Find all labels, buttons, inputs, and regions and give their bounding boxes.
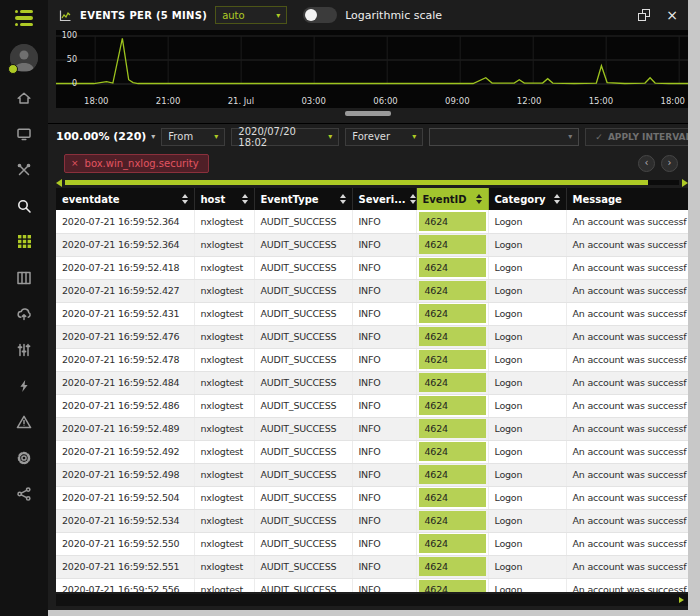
col-header-message[interactable]: Message xyxy=(566,188,688,210)
sidebar-item-settings[interactable] xyxy=(12,448,36,468)
user-avatar[interactable] xyxy=(10,44,38,72)
app-logo[interactable] xyxy=(15,8,33,28)
col-header-severity[interactable]: Severi... xyxy=(352,188,416,210)
match-summary: 100.00% (220) xyxy=(56,130,146,143)
until-dropdown[interactable]: Forever ▾ xyxy=(345,128,423,146)
eventid-badge: 4624 xyxy=(419,465,486,484)
cell-host: nxlogtest xyxy=(194,509,254,532)
bottom-scrollbar[interactable] xyxy=(56,594,688,606)
sort-icon[interactable] xyxy=(410,191,416,207)
table-row[interactable]: 2020-07-21 16:59:52.551nxlogtestAUDIT_SU… xyxy=(56,555,688,578)
eventid-badge: 4624 xyxy=(419,511,486,530)
cell-eventid: 4624 xyxy=(416,532,488,555)
filter-tag[interactable]: × box.win_nxlog.security xyxy=(64,154,209,173)
restore-window-button[interactable] xyxy=(638,9,650,21)
table-row[interactable]: 2020-07-21 16:59:52.504nxlogtestAUDIT_SU… xyxy=(56,486,688,509)
sidebar-item-results-grid[interactable] xyxy=(12,232,36,252)
mode-dropdown[interactable]: auto ▾ xyxy=(215,6,287,24)
sort-icon[interactable] xyxy=(554,191,560,207)
cell-eventid: 4624 xyxy=(416,371,488,394)
cell-severity: INFO xyxy=(352,279,416,302)
sidebar xyxy=(0,0,48,616)
apply-interval-button[interactable]: ✓ APPLY INTERVAL xyxy=(585,128,688,146)
h-scrollbar[interactable] xyxy=(56,177,688,188)
table-row[interactable]: 2020-07-21 16:59:52.418nxlogtestAUDIT_SU… xyxy=(56,256,688,279)
table-row[interactable]: 2020-07-21 16:59:52.476nxlogtestAUDIT_SU… xyxy=(56,325,688,348)
col-header-category[interactable]: Category xyxy=(488,188,566,210)
sort-icon[interactable] xyxy=(182,191,188,207)
cell-message: An account was successf xyxy=(566,325,688,348)
scroll-right-icon[interactable] xyxy=(682,179,688,187)
cell-eventdate: 2020-07-21 16:59:52.364 xyxy=(56,233,194,256)
sidebar-item-search[interactable] xyxy=(12,196,36,216)
cell-eventid: 4624 xyxy=(416,555,488,578)
h-scrollbar-track[interactable] xyxy=(65,180,679,185)
cell-eventtype: AUDIT_SUCCESS xyxy=(254,555,352,578)
cell-eventdate: 2020-07-21 16:59:52.478 xyxy=(56,348,194,371)
h-scrollbar-thumb[interactable] xyxy=(65,180,648,185)
table-row[interactable]: 2020-07-21 16:59:52.534nxlogtestAUDIT_SU… xyxy=(56,509,688,532)
cell-eventdate: 2020-07-21 16:59:52.550 xyxy=(56,532,194,555)
cell-eventdate: 2020-07-21 16:59:52.551 xyxy=(56,555,194,578)
chart-type-icon xyxy=(58,9,72,22)
table-row[interactable]: 2020-07-21 16:59:52.364nxlogtestAUDIT_SU… xyxy=(56,233,688,256)
sort-icon[interactable] xyxy=(242,191,248,207)
cell-eventdate: 2020-07-21 16:59:52.492 xyxy=(56,440,194,463)
col-header-eventdate[interactable]: eventdate xyxy=(56,188,194,210)
table-row[interactable]: 2020-07-21 16:59:52.498nxlogtestAUDIT_SU… xyxy=(56,463,688,486)
sidebar-item-tools[interactable] xyxy=(12,160,36,180)
cell-category: Logon xyxy=(488,302,566,325)
table-row[interactable]: 2020-07-21 16:59:52.556nxlogtestAUDIT_SU… xyxy=(56,578,688,592)
cell-eventdate: 2020-07-21 16:59:52.364 xyxy=(56,210,194,233)
date-dropdown[interactable]: 2020/07/20 18:02 ▾ xyxy=(231,128,339,146)
match-summary-dropdown[interactable]: 100.00% (220) ▾ xyxy=(56,130,155,143)
table-row[interactable]: 2020-07-21 16:59:52.478nxlogtestAUDIT_SU… xyxy=(56,348,688,371)
table-row[interactable]: 2020-07-21 16:59:52.364nxlogtestAUDIT_SU… xyxy=(56,210,688,233)
panel-resizer[interactable] xyxy=(48,111,688,123)
log-scale-toggle[interactable] xyxy=(303,7,337,23)
cell-category: Logon xyxy=(488,486,566,509)
page-scrollbar[interactable] xyxy=(688,0,700,616)
cell-eventtype: AUDIT_SUCCESS xyxy=(254,279,352,302)
sort-icon[interactable] xyxy=(340,191,346,207)
scroll-right-icon[interactable] xyxy=(679,597,684,603)
sidebar-item-home[interactable] xyxy=(12,88,36,108)
sort-icon[interactable] xyxy=(476,191,482,207)
cell-severity: INFO xyxy=(352,371,416,394)
col-header-eventid[interactable]: EventID xyxy=(416,188,488,210)
sidebar-item-cloud-upload[interactable] xyxy=(12,304,36,324)
table-row[interactable]: 2020-07-21 16:59:52.486nxlogtestAUDIT_SU… xyxy=(56,394,688,417)
field-dropdown[interactable]: ▾ xyxy=(429,128,579,146)
events-chart: 100 50 0 18:00 21:00 21. Jul 03:00 06:00… xyxy=(56,30,688,108)
eventid-badge: 4624 xyxy=(419,212,486,231)
next-page-button[interactable]: › xyxy=(661,155,678,172)
table-row[interactable]: 2020-07-21 16:59:52.492nxlogtestAUDIT_SU… xyxy=(56,440,688,463)
cell-eventtype: AUDIT_SUCCESS xyxy=(254,417,352,440)
cell-category: Logon xyxy=(488,440,566,463)
sidebar-item-integrations[interactable] xyxy=(12,484,36,504)
table-row[interactable]: 2020-07-21 16:59:52.427nxlogtestAUDIT_SU… xyxy=(56,279,688,302)
from-dropdown-value: From xyxy=(168,131,193,142)
from-dropdown[interactable]: From ▾ xyxy=(161,128,225,146)
sidebar-item-reports[interactable] xyxy=(12,268,36,288)
scroll-left-icon[interactable] xyxy=(56,179,62,187)
tag-close-icon[interactable]: × xyxy=(71,158,79,168)
sidebar-item-warnings[interactable] xyxy=(12,412,36,432)
table-body: 2020-07-21 16:59:52.364nxlogtestAUDIT_SU… xyxy=(56,210,688,592)
events-chart-plot[interactable]: 100 50 0 xyxy=(56,30,688,94)
prev-page-button[interactable]: ‹ xyxy=(638,155,655,172)
table-row[interactable]: 2020-07-21 16:59:52.550nxlogtestAUDIT_SU… xyxy=(56,532,688,555)
col-header-eventtype[interactable]: EventType xyxy=(254,188,352,210)
table-row[interactable]: 2020-07-21 16:59:52.484nxlogtestAUDIT_SU… xyxy=(56,371,688,394)
cell-category: Logon xyxy=(488,578,566,592)
sidebar-item-display[interactable] xyxy=(12,124,36,144)
sidebar-item-sliders[interactable] xyxy=(12,340,36,360)
col-header-host[interactable]: host xyxy=(194,188,254,210)
close-window-button[interactable]: × xyxy=(666,8,678,22)
table-row[interactable]: 2020-07-21 16:59:52.431nxlogtestAUDIT_SU… xyxy=(56,302,688,325)
chevron-down-icon: ▾ xyxy=(276,11,280,20)
table-row[interactable]: 2020-07-21 16:59:52.489nxlogtestAUDIT_SU… xyxy=(56,417,688,440)
cell-message: An account was successf xyxy=(566,463,688,486)
cell-eventtype: AUDIT_SUCCESS xyxy=(254,233,352,256)
sidebar-item-alerts[interactable] xyxy=(12,376,36,396)
